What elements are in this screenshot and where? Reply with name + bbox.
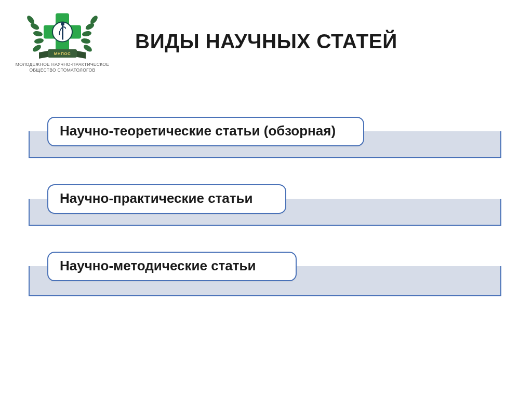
logo-caption-line: ОБЩЕСТВО СТОМАТОЛОГОВ [8,67,117,73]
logo-caption: МОЛОДЕЖНОЕ НАУЧНО-ПРАКТИЧЕСКОЕ ОБЩЕСТВО … [8,62,117,73]
list-item: Научно-теоретические статьи (обзорная) [29,117,501,162]
page-title: ВИДЫ НАУЧНЫХ СТАТЕЙ [135,30,397,53]
ribbon-icon: МНПОС [39,49,86,59]
item-label: Научно-методические статьи [47,252,297,281]
article-types-list: Научно-теоретические статьи (обзорная) Н… [29,117,501,297]
list-item: Научно-методические статьи [29,252,501,297]
organization-logo: МНПОС МОЛОДЕЖНОЕ НАУЧНО-ПРАКТИЧЕСКОЕ ОБЩ… [8,8,117,73]
ribbon-label: МНПОС [48,49,77,58]
emblem-icon: МНПОС [18,8,107,60]
item-label: Научно-практические статьи [47,184,286,214]
logo-caption-line: МОЛОДЕЖНОЕ НАУЧНО-ПРАКТИЧЕСКОЕ [8,62,117,67]
item-label: Научно-теоретические статьи (обзорная) [47,117,364,146]
medical-cross-icon [44,13,81,50]
list-item: Научно-практические статьи [29,184,501,230]
